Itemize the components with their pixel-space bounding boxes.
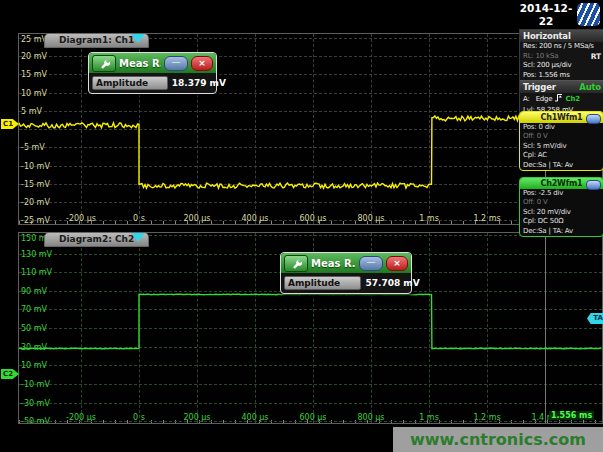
trigger-mode-badge: Auto (579, 82, 601, 92)
x-axis-label: -200 µs (66, 214, 96, 223)
ch2-waveform-titlebar[interactable]: Ch2Wfm1 (520, 178, 603, 189)
x-axis-label: 600 µs (299, 214, 326, 223)
ch2-scale-row: Scl: 20 mV/div (520, 208, 603, 217)
ch1-scale-row: Scl: 5 mV/div (520, 142, 603, 151)
y-axis-label: -5 mV (21, 143, 45, 152)
x-axis-label: 400 µs (241, 413, 268, 422)
y-axis-label: -30 mV (21, 398, 50, 407)
y-axis-label: 20 mV (21, 51, 47, 60)
measurement-value: 18.379 mV (172, 78, 228, 88)
timebase-position-value: Pos: 1.556 ms (523, 71, 570, 81)
x-axis-label: 600 µs (299, 413, 326, 422)
ch2-waveform-settings-box[interactable]: Ch2Wfm1 Pos: -2.5 div Off: 0 V Scl: 20 m… (519, 177, 603, 237)
oscilloscope-screen: 25 mV20 mV15 mV10 mV5 mV-5 mV-10 mV-15 m… (0, 0, 603, 452)
measurement-window-2-titlebar[interactable]: Meas R...2 — × (281, 253, 411, 273)
trigger-source-row: A: Edge Ch2 (520, 93, 603, 106)
trigger-source-value: Ch2 (565, 95, 579, 105)
y-axis-label: -25 mV (21, 216, 50, 225)
x-axis-label: 200 µs (183, 413, 210, 422)
measurement-window-1[interactable]: Meas R...1 — × Amplitude 18.379 mV (88, 52, 217, 94)
horizontal-scale-row: Scl: 200 µs/div (520, 61, 603, 71)
trigger-a-label: A: (523, 95, 530, 105)
ch1-position-row: Pos: 0 div (520, 123, 603, 132)
ch1-waveform-title: Ch1Wfm1 (541, 113, 583, 122)
measurement-window-2[interactable]: Meas R...2 — × Amplitude 57.708 mV (280, 252, 412, 294)
y-axis-label: 130 mV (21, 249, 52, 258)
measurement-window-1-titlebar[interactable]: Meas R...1 — × (89, 53, 216, 73)
wrench-icon (99, 54, 110, 73)
x-axis-label: 0 s (133, 413, 145, 422)
ch1-waveform-settings-box[interactable]: Ch1Wfm1 Pos: 0 div Off: 0 V Scl: 5 mV/di… (519, 111, 603, 171)
wrench-icon (291, 254, 302, 273)
close-button[interactable]: × (386, 256, 408, 271)
y-axis-label: -10 mV (21, 379, 50, 388)
y-axis-label: 50 mV (21, 324, 47, 333)
date-label: 2014-12-22 (517, 2, 575, 28)
y-axis-label: 10 mV (21, 88, 47, 97)
measurement-window-2-body: Amplitude 57.708 mV (281, 273, 411, 293)
measurement-window-2-title: Meas R...2 (311, 258, 356, 269)
x-axis-label: 1.2 ms (473, 413, 500, 422)
measurement-settings-button[interactable] (284, 255, 308, 272)
close-button[interactable]: × (191, 56, 213, 71)
measurement-window-1-title: Meas R...1 (119, 58, 161, 69)
trigger-type-value: Edge (536, 95, 553, 105)
trigger-position-marker-diagram1[interactable] (131, 34, 145, 43)
y-axis-label: 30 mV (21, 342, 47, 351)
channel2-position-marker[interactable]: C2 (1, 369, 19, 379)
trigger-section-header[interactable]: Trigger Auto (520, 80, 603, 93)
ch2-coupling-row: Cpl: DC 50Ω (520, 217, 603, 226)
horizontal-position-row: Pos: 1.556 ms (520, 71, 603, 81)
rohde-schwarz-logo (577, 3, 600, 26)
x-axis-label: 400 µs (241, 214, 268, 223)
horizontal-section-header[interactable]: Horizontal (520, 30, 603, 42)
x-axis-label: 1 ms (419, 214, 439, 223)
y-axis-label: 90 mV (21, 286, 47, 295)
y-axis-label: 5 mV (21, 106, 42, 115)
measurement-parameter[interactable]: Amplitude (284, 276, 361, 290)
y-axis-label: 10 mV (21, 361, 47, 370)
horizontal-title: Horizontal (523, 31, 571, 41)
y-axis-label: -20 mV (21, 198, 50, 207)
measurement-settings-button[interactable] (92, 55, 116, 72)
x-axis-label: -200 µs (66, 413, 96, 422)
timebase-scale-value: Scl: 200 µs/div (523, 61, 571, 71)
y-axis-label: 70 mV (21, 305, 47, 314)
ch2-position-row: Pos: -2.5 div (520, 189, 603, 198)
watermark-banner: www.cntronics.com (393, 427, 603, 452)
y-axis-label: -15 mV (21, 179, 50, 188)
x-axis-label: 800 µs (357, 214, 384, 223)
y-axis-label: 110 mV (21, 268, 52, 277)
horizontal-resolution-row: Res: 200 ns / 5 MSa/s (520, 42, 603, 52)
rising-edge-icon (554, 93, 563, 106)
x-axis-label: 1 ms (419, 413, 439, 422)
ch2-offset-row: Off: 0 V (520, 198, 603, 207)
realtime-badge: RT (591, 52, 601, 62)
measurement-parameter[interactable]: Amplitude (92, 76, 168, 90)
acquisition-settings-panel: Horizontal Res: 200 ns / 5 MSa/s RL: 10 … (519, 29, 603, 117)
resolution-value: Res: 200 ns / 5 MSa/s (523, 42, 594, 52)
channel1-position-marker[interactable]: C1 (1, 119, 19, 129)
minimize-button[interactable]: — (164, 56, 188, 71)
record-length-value: RL: 10 kSa (523, 52, 558, 62)
minimize-button[interactable]: — (359, 256, 383, 271)
minimize-icon[interactable] (586, 114, 601, 124)
ch2-waveform-title: Ch2Wfm1 (541, 179, 583, 188)
y-axis-label: -50 mV (21, 417, 50, 424)
y-axis-label: -10 mV (21, 161, 50, 170)
minimize-icon[interactable] (586, 180, 601, 190)
trigger-title: Trigger (523, 82, 556, 92)
acquisition-position-label: 1.556 ms (549, 411, 594, 420)
x-axis-label: 0 s (133, 214, 145, 223)
horizontal-recordlength-row: RL: 10 kSa RT (520, 52, 603, 62)
measurement-value: 57.708 mV (365, 278, 421, 288)
trigger-position-marker-diagram2[interactable] (131, 233, 145, 242)
x-axis-label: 1.2 ms (473, 214, 500, 223)
measurement-window-1-body: Amplitude 18.379 mV (89, 73, 216, 93)
ch1-offset-row: Off: 0 V (520, 132, 603, 141)
ch2-decimation-row: Dec:Sa | TA: Av (520, 227, 603, 236)
ch1-waveform-titlebar[interactable]: Ch1Wfm1 (520, 112, 603, 123)
x-axis-label: 200 µs (183, 214, 210, 223)
y-axis-label: 15 mV (21, 70, 47, 79)
ch1-decimation-row: Dec:Sa | TA: Av (520, 161, 603, 170)
